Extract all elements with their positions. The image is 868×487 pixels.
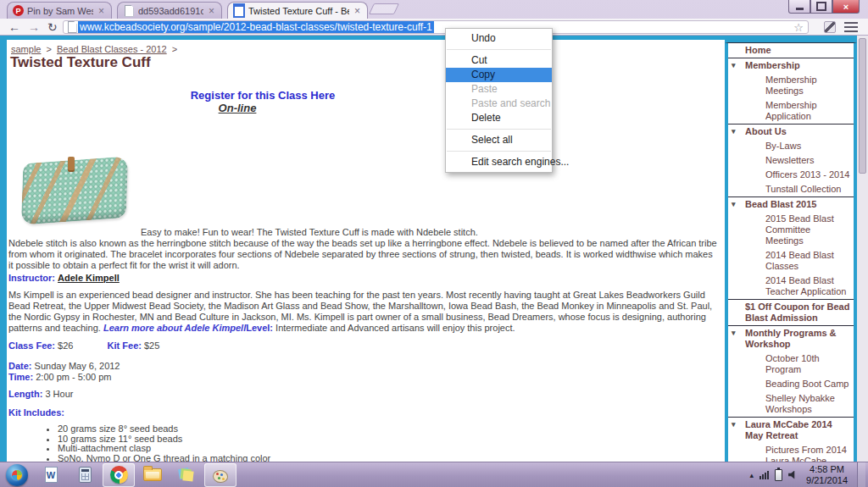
date-line: Date: Sunday May 6, 2012 (8, 361, 120, 371)
web-page: sample > Bead Blast Classes - 2012 > Twi… (0, 36, 868, 462)
menu-separator (447, 129, 551, 130)
extension-icon[interactable] (824, 21, 836, 33)
sidebar-item[interactable]: Membership Meetings (728, 73, 854, 98)
instructor-name-link[interactable]: Adele Kimpell (58, 273, 120, 283)
tab-close-icon[interactable]: × (207, 5, 216, 17)
url-text-selected[interactable]: www.kcbeadsociety.org/sample/2012-bead-b… (78, 21, 434, 33)
windows-start-icon (6, 464, 28, 486)
context-menu-item[interactable]: Select all (446, 133, 552, 147)
sidebar-group: ▾About UsBy-LawsNewslettersOfficers 2013… (728, 124, 854, 196)
breadcrumb-link[interactable]: sample (11, 44, 41, 54)
collapse-arrow-icon: ▾ (732, 199, 736, 210)
taskbar-word-button[interactable]: W (35, 463, 67, 487)
kit-includes-label: Kit Includes: (8, 407, 64, 418)
bracelet-image (17, 155, 136, 228)
hidden-icons-arrow[interactable]: ▴ (750, 471, 754, 479)
minimize-button[interactable] (788, 0, 810, 14)
browser-tab[interactable]: dd593add6191c149b9310a× (117, 2, 222, 19)
sidebar-item[interactable]: ▾Laura McCabe 2014 May Retreat (728, 418, 854, 443)
network-icon[interactable] (760, 470, 769, 479)
taskbar-calculator-button[interactable] (69, 463, 101, 487)
sidebar-item-label: 2014 Bead Blast Teacher Application (765, 275, 846, 296)
context-menu-item[interactable]: Copy (446, 68, 552, 82)
sidebar-item[interactable]: 2014 Bead Blast Classes (728, 248, 854, 274)
browser-tab[interactable]: PPin by Sam Wescott on Be× (7, 2, 112, 19)
sidebar-item[interactable]: ▾About Us (728, 125, 854, 139)
sidebar-item[interactable]: Shelley Nybakke Workshops (728, 391, 854, 417)
restore-button[interactable] (810, 0, 832, 14)
page-icon (66, 21, 78, 33)
kit-item: Multi-attachment clasp (58, 444, 566, 454)
taskbar-explorer-button[interactable] (136, 463, 169, 487)
sidebar-item[interactable]: By-Laws (728, 139, 854, 153)
tab-title: dd593add6191c149b9310a (138, 6, 203, 16)
sidebar-item-label: Membership Meetings (765, 75, 817, 96)
sidebar-item[interactable]: 2014 Bead Blast Teacher Application (728, 274, 854, 299)
length-label: Length: (8, 389, 42, 399)
context-menu-item[interactable]: Edit search engines... (446, 155, 552, 169)
context-menu-item[interactable]: Undo (446, 31, 552, 46)
sidebar-item[interactable]: Officers 2013 - 2014 (728, 168, 854, 182)
sidebar-item-label: Monthly Programs & Workshop (745, 328, 837, 349)
tab-close-icon[interactable]: × (97, 5, 106, 17)
sidebar-item[interactable]: ▾Monthly Programs & Workshop (728, 326, 854, 351)
paint-icon (212, 467, 229, 484)
taskbar-clock[interactable]: 4:58 PM 9/21/2014 (806, 464, 848, 486)
tab-strip: PPin by Sam Wescott on Be×dd593add6191c1… (0, 0, 868, 19)
scrollbar-thumb[interactable] (859, 38, 866, 174)
register-class-link[interactable]: Register for this Class Here (153, 89, 373, 102)
sidebar-item-label: Membership Application (765, 100, 817, 121)
sidebar-item[interactable]: October 10th Program (728, 351, 854, 377)
sidebar-item[interactable]: Pictures From 2014 Laura McCabe Retreat (728, 443, 854, 462)
sidebar-item[interactable]: ▾Bead Blast 2015 (728, 197, 854, 212)
sidebar-item-label: 2014 Bead Blast Classes (765, 250, 834, 271)
level-label: Level: (246, 323, 273, 333)
tab-close-icon[interactable]: × (353, 5, 362, 17)
collapse-arrow-icon: ▾ (732, 419, 736, 430)
sidebar-item[interactable]: Newsletters (728, 153, 854, 168)
reload-button[interactable]: ↻ (47, 19, 58, 36)
sidebar-item-label: By-Laws (765, 141, 801, 151)
context-menu-item[interactable]: Cut (446, 53, 552, 68)
length-line: Length: 3 Hour (8, 389, 73, 399)
new-tab-button[interactable] (369, 3, 399, 14)
menu-separator (447, 151, 551, 152)
hamburger-menu-icon[interactable] (844, 22, 858, 32)
volume-icon[interactable] (788, 471, 797, 479)
sidebar-item-label: 2015 Bead Blast Committee Meetings (765, 213, 834, 246)
forward-button[interactable]: → (28, 19, 40, 36)
bookmark-star-icon[interactable]: ☆ (793, 21, 804, 34)
page-scrollbar[interactable] (857, 36, 868, 462)
context-menu: UndoCutCopyPastePaste and searchDeleteSe… (445, 28, 553, 173)
sidebar-item[interactable]: $1 Off Coupon for Bead Blast Admission (728, 300, 854, 325)
sidebar-item[interactable]: Tunstall Collection (728, 182, 854, 196)
taskbar-sticky-notes-button[interactable] (170, 463, 203, 487)
show-desktop-button[interactable] (857, 462, 865, 487)
sidebar-item[interactable]: Membership Application (728, 98, 854, 124)
taskbar-chrome-button[interactable] (103, 463, 135, 487)
taskbar-start-button[interactable] (1, 463, 33, 487)
sidebar-item[interactable]: 2015 Bead Blast Committee Meetings (728, 212, 854, 248)
taskbar-paint-button[interactable] (204, 463, 236, 487)
battery-icon[interactable] (775, 469, 782, 481)
time-line: Time: 2:00 pm - 5:00 pm (8, 372, 111, 382)
sidebar-group: ▾Laura McCabe 2014 May RetreatPictures F… (728, 417, 854, 462)
close-window-button[interactable]: × (832, 0, 860, 14)
breadcrumb-separator: > (170, 44, 177, 54)
address-bar[interactable]: www.kcbeadsociety.org/sample/2012-bead-b… (63, 20, 809, 34)
sidebar-item-label: Shelley Nybakke Workshops (765, 393, 835, 414)
sidebar-item[interactable]: ▾Membership (728, 58, 854, 73)
explorer-icon (143, 468, 162, 481)
browser-tab[interactable]: Twisted Texture Cuff - Bea× (227, 2, 368, 19)
sidebar-item-label: Bead Blast 2015 (745, 199, 816, 209)
context-menu-item[interactable]: Delete (446, 111, 552, 125)
online-link[interactable]: On-line (127, 102, 348, 114)
back-button[interactable]: ← (8, 19, 20, 36)
page-title: Twisted Texture Cuff (10, 54, 151, 71)
learn-more-link[interactable]: Learn more about Adele Kimpell (103, 323, 246, 333)
sidebar-item[interactable]: Home (728, 43, 854, 58)
sidebar-item-label: October 10th Program (765, 353, 820, 374)
kit-item: SoNo, Nymo D or One G thread in a matchi… (58, 454, 566, 462)
sidebar-item[interactable]: Beading Boot Camp (728, 377, 854, 391)
breadcrumb-link[interactable]: Bead Blast Classes - 2012 (57, 44, 167, 54)
